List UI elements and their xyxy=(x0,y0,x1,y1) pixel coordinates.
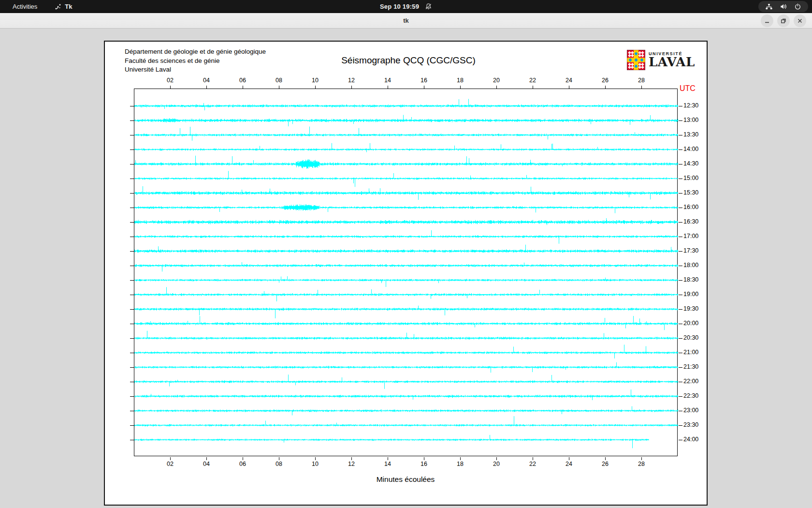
y-tick-right xyxy=(679,135,682,135)
y-tick-left xyxy=(130,179,134,179)
power-icon xyxy=(794,3,801,10)
y-tick-right xyxy=(679,149,682,150)
x-tick-label-top: 26 xyxy=(598,77,612,84)
maximize-button[interactable] xyxy=(777,15,790,27)
y-tick-right xyxy=(679,266,682,266)
x-tick-bottom xyxy=(243,457,243,460)
x-tick-top xyxy=(170,86,171,89)
utc-time-label: 17:30 xyxy=(683,247,698,254)
y-tick-left xyxy=(130,440,134,440)
x-tick-bottom xyxy=(460,457,461,460)
window-content: Département de géologie et de génie géol… xyxy=(0,29,812,508)
x-tick-bottom xyxy=(569,457,569,460)
utc-time-label: 19:30 xyxy=(683,305,698,312)
x-tick-top xyxy=(243,86,243,89)
x-tick-label-bottom: 26 xyxy=(598,461,612,467)
y-tick-right xyxy=(679,309,682,310)
y-tick-right xyxy=(679,280,682,281)
system-tray[interactable] xyxy=(758,1,808,12)
x-tick-label-bottom: 06 xyxy=(235,461,250,467)
utc-time-label: 23:30 xyxy=(683,421,698,428)
utc-time-label: 12:30 xyxy=(683,102,698,109)
y-tick-left xyxy=(130,208,134,208)
x-tick-label-bottom: 12 xyxy=(344,461,359,467)
x-tick-label-bottom: 18 xyxy=(453,461,467,467)
x-tick-top xyxy=(424,86,424,89)
x-tick-label-bottom: 08 xyxy=(272,461,286,467)
minimize-button[interactable] xyxy=(761,15,773,27)
institution-line: Département de géologie et de génie géol… xyxy=(125,47,266,57)
y-tick-right xyxy=(679,411,682,411)
x-tick-bottom xyxy=(279,457,279,460)
y-tick-left xyxy=(130,353,134,353)
utc-time-label: 22:30 xyxy=(683,392,698,399)
utc-time-label: 21:30 xyxy=(683,363,698,370)
tk-icon xyxy=(55,3,61,10)
x-tick-label-top: 08 xyxy=(272,77,286,84)
utc-time-label: 21:00 xyxy=(683,349,698,356)
activities-button[interactable]: Activities xyxy=(9,2,41,11)
y-tick-right xyxy=(679,120,682,121)
x-axis-title: Minutes écoulées xyxy=(314,475,497,484)
utc-time-label: 17:00 xyxy=(683,233,698,239)
clock[interactable]: Sep 10 19:59 xyxy=(380,3,419,10)
y-tick-right xyxy=(679,353,682,353)
y-tick-right xyxy=(679,425,682,426)
utc-time-label: 24:00 xyxy=(683,436,698,443)
window-titlebar[interactable]: tk xyxy=(0,13,812,29)
x-tick-top xyxy=(351,86,352,89)
laval-shield-icon xyxy=(627,50,645,70)
y-tick-right xyxy=(679,396,682,397)
utc-time-label: 18:30 xyxy=(683,276,698,283)
x-tick-top xyxy=(641,86,642,89)
x-tick-label-top: 02 xyxy=(163,77,177,84)
x-tick-bottom xyxy=(605,457,606,460)
x-tick-label-bottom: 04 xyxy=(199,461,214,467)
focused-app-name: Tk xyxy=(65,3,72,10)
x-tick-label-top: 24 xyxy=(562,77,576,84)
y-tick-right xyxy=(679,222,682,223)
utc-time-label: 18:00 xyxy=(683,262,698,269)
y-tick-left xyxy=(130,324,134,324)
x-tick-top xyxy=(206,86,207,89)
y-tick-right xyxy=(679,251,682,252)
focused-app-indicator[interactable]: Tk xyxy=(55,3,72,10)
x-tick-label-top: 22 xyxy=(525,77,540,84)
y-tick-left xyxy=(130,120,134,121)
y-tick-right xyxy=(679,179,682,179)
universite-laval-logo: UNIVERSITÉ LAVAL xyxy=(627,50,695,70)
x-tick-label-top: 28 xyxy=(634,77,649,84)
y-tick-right xyxy=(679,193,682,194)
y-tick-left xyxy=(130,309,134,310)
y-tick-left xyxy=(130,237,134,237)
x-tick-label-bottom: 10 xyxy=(308,461,322,467)
close-button[interactable] xyxy=(794,15,806,27)
utc-time-label: 23:00 xyxy=(683,407,698,414)
x-tick-top xyxy=(279,86,279,89)
x-tick-label-bottom: 28 xyxy=(634,461,649,467)
utc-time-label: 13:30 xyxy=(683,131,698,138)
utc-time-label: 19:00 xyxy=(683,291,698,298)
y-tick-right xyxy=(679,382,682,382)
x-tick-label-bottom: 16 xyxy=(417,461,431,467)
y-tick-left xyxy=(130,396,134,397)
seismogram-traces xyxy=(134,89,678,457)
institution-line: Université Laval xyxy=(125,65,266,75)
x-tick-label-top: 12 xyxy=(344,77,359,84)
x-tick-label-bottom: 22 xyxy=(525,461,540,467)
y-tick-right xyxy=(679,367,682,368)
y-tick-right xyxy=(679,440,682,440)
plot-title: Séismographe QCQ (CGC/GSC) xyxy=(307,55,510,66)
seismograph-panel: Département de géologie et de génie géol… xyxy=(104,41,708,506)
x-tick-label-bottom: 02 xyxy=(163,461,177,467)
x-tick-bottom xyxy=(388,457,388,460)
x-tick-label-top: 06 xyxy=(235,77,250,84)
y-tick-left xyxy=(130,367,134,368)
x-tick-label-bottom: 24 xyxy=(562,461,576,467)
x-tick-top xyxy=(533,86,533,89)
x-tick-label-top: 20 xyxy=(489,77,504,84)
utc-axis-label: UTC xyxy=(680,84,696,93)
y-tick-left xyxy=(130,280,134,281)
x-tick-top xyxy=(605,86,606,89)
y-tick-left xyxy=(130,295,134,295)
